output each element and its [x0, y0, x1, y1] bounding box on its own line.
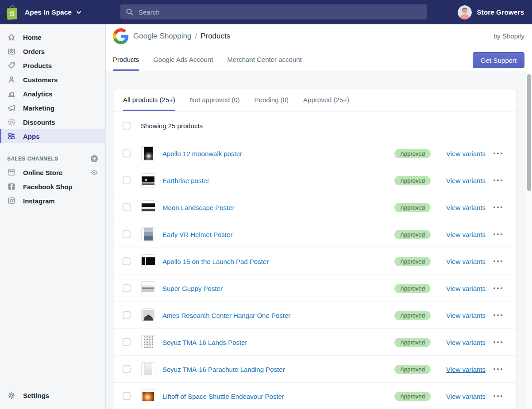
online-store-icon: [7, 168, 16, 177]
account-menu[interactable]: Store Growers: [458, 5, 524, 19]
product-title-link[interactable]: Apollo 12 moonwalk poster: [162, 150, 242, 157]
product-list: Apollo 12 moonwalk poster Approved View …: [114, 140, 517, 409]
tab-pending[interactable]: Pending (0): [254, 88, 289, 111]
sidebar-item-label: Settings: [23, 392, 49, 399]
view-variants-link[interactable]: View variants: [446, 150, 486, 157]
product-image: [144, 147, 153, 160]
row-actions: Approved View variants: [394, 149, 517, 158]
account-name: Store Growers: [477, 8, 524, 16]
view-variants-link[interactable]: View variants: [446, 393, 486, 400]
view-variants-link[interactable]: View variants: [446, 312, 486, 319]
view-variants-link[interactable]: View variants: [446, 258, 486, 265]
tab-google-ads-account[interactable]: Google Ads Account: [153, 48, 213, 71]
more-actions-icon[interactable]: [493, 394, 503, 398]
sidebar-item-settings[interactable]: Settings: [0, 388, 105, 403]
row-checkbox[interactable]: [123, 311, 131, 319]
product-title-link[interactable]: Soyuz TMA-16 Lands Poster: [162, 339, 247, 346]
scrollbar-track[interactable]: [526, 71, 532, 409]
more-actions-icon[interactable]: [493, 233, 503, 236]
row-checkbox[interactable]: [123, 149, 131, 157]
sidebar-item-orders[interactable]: Orders: [0, 44, 105, 58]
product-title-link[interactable]: Soyuz TMA-16 Parachute Landing Poster: [162, 366, 285, 373]
more-actions-icon[interactable]: [493, 313, 503, 317]
breadcrumb-app-name[interactable]: Google Shopping: [133, 32, 191, 41]
row-checkbox[interactable]: [123, 338, 131, 346]
row-checkbox[interactable]: [123, 284, 131, 292]
svg-text:S: S: [10, 10, 15, 17]
scrollbar-thumb[interactable]: [527, 74, 531, 191]
view-variants-link[interactable]: View variants: [446, 177, 486, 184]
view-variants-link[interactable]: View variants: [446, 231, 486, 238]
row-checkbox[interactable]: [123, 392, 131, 400]
product-title-link[interactable]: Super Guppy Poster: [162, 285, 223, 292]
search-placeholder: Search: [139, 8, 160, 16]
view-variants-link[interactable]: View variants: [446, 339, 486, 346]
sidebar-item-products[interactable]: Products: [0, 58, 105, 73]
sidebar-item-apps[interactable]: Apps: [0, 129, 105, 143]
select-all-checkbox[interactable]: [123, 122, 131, 130]
product-thumbnail: [141, 227, 155, 241]
tab-products[interactable]: Products: [113, 48, 139, 71]
product-title-link[interactable]: Earthrise poster: [162, 177, 209, 184]
table-row: Earthrise poster Approved View variants: [114, 167, 517, 194]
more-actions-icon[interactable]: [493, 179, 503, 182]
sidebar-item-customers[interactable]: Customers: [0, 73, 105, 87]
tab-merchant-center-account[interactable]: Merchant Center account: [227, 48, 301, 71]
sidebar-item-facebook-shop[interactable]: Facebook Shop: [0, 180, 105, 194]
sidebar-item-label: Orders: [23, 48, 45, 55]
get-support-button[interactable]: Get Support: [473, 52, 524, 68]
chevron-down-icon[interactable]: [76, 9, 82, 15]
view-variants-link[interactable]: View variants: [446, 204, 486, 211]
sidebar-item-marketing[interactable]: Marketing: [0, 101, 105, 115]
product-title-link[interactable]: Apollo 15 on the Launch Pad Poster: [162, 258, 269, 265]
view-online-store-eye-icon[interactable]: [90, 168, 98, 176]
more-actions-icon[interactable]: [493, 367, 503, 371]
status-badge: Approved: [394, 365, 431, 374]
breadcrumb-separator: /: [195, 32, 197, 41]
status-badge: Approved: [394, 338, 431, 347]
row-checkbox[interactable]: [123, 203, 131, 211]
status-badge: Approved: [394, 257, 431, 266]
sidebar-item-instagram[interactable]: Instagram: [0, 194, 105, 208]
more-actions-icon[interactable]: [493, 260, 503, 263]
row-checkbox[interactable]: [123, 176, 131, 184]
facebook-icon: [7, 182, 16, 191]
row-checkbox[interactable]: [123, 257, 131, 265]
sidebar-item-label: Home: [23, 34, 42, 41]
tab-not-approved[interactable]: Not approved (0): [190, 88, 240, 111]
product-thumbnail: [141, 281, 155, 295]
discounts-icon: [7, 118, 16, 126]
product-image: [144, 228, 153, 241]
search-input[interactable]: Search: [120, 4, 427, 19]
more-actions-icon[interactable]: [493, 206, 503, 209]
byline: by Shopify: [493, 32, 524, 40]
store-name[interactable]: Apes In Space: [25, 8, 72, 16]
view-variants-link[interactable]: View variants: [446, 366, 486, 373]
tab-all-products[interactable]: All products (25+): [123, 88, 175, 111]
tab-approved[interactable]: Approved (25+): [303, 88, 349, 111]
row-checkbox[interactable]: [123, 230, 131, 238]
product-thumbnail: [141, 308, 155, 322]
view-variants-link[interactable]: View variants: [446, 285, 486, 292]
more-actions-icon[interactable]: [493, 152, 503, 155]
product-title-link[interactable]: Early VR Helmet Poster: [162, 231, 232, 238]
product-image: [142, 257, 155, 265]
more-actions-icon[interactable]: [493, 340, 503, 344]
shopify-logo-icon[interactable]: S: [4, 4, 19, 21]
product-title-link[interactable]: Moon Landscape Poster: [162, 204, 235, 211]
product-title-link[interactable]: Ames Research Center Hangar One Poster: [162, 312, 290, 319]
sidebar-item-label: Analytics: [23, 90, 53, 98]
more-actions-icon[interactable]: [493, 287, 503, 290]
sidebar-item-analytics[interactable]: Analytics: [0, 87, 105, 101]
summary-text: Showing 25 products: [141, 122, 203, 130]
sidebar-item-online-store[interactable]: Online Store: [0, 165, 105, 180]
row-actions: Approved View variants: [394, 230, 517, 239]
sidebar-item-discounts[interactable]: Discounts: [0, 115, 105, 129]
sidebar-item-home[interactable]: Home: [0, 30, 105, 44]
row-actions: Approved View variants: [394, 284, 517, 293]
product-thumbnail: [141, 200, 155, 214]
add-sales-channel-icon[interactable]: [90, 155, 98, 163]
product-image: [144, 363, 152, 375]
row-checkbox[interactable]: [123, 365, 131, 373]
product-title-link[interactable]: Liftoff of Space Shuttle Endeavour Poste…: [162, 393, 284, 400]
